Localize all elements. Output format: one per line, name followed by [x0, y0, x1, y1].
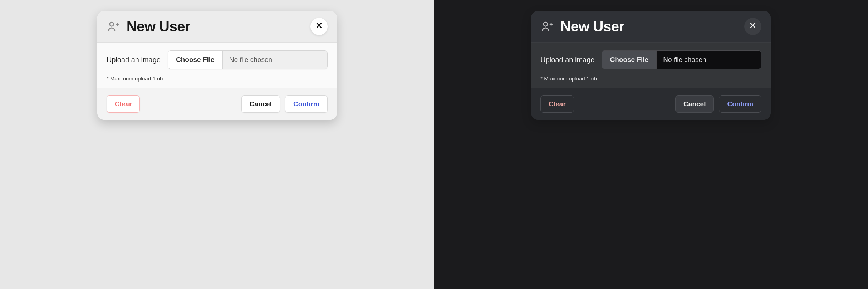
file-picker: Choose File No file chosen [602, 50, 761, 69]
close-icon [315, 22, 323, 31]
user-plus-icon [540, 20, 554, 33]
dialog-title: New User [560, 19, 738, 35]
upload-label: Upload an image [540, 56, 594, 64]
cancel-button[interactable]: Cancel [675, 95, 714, 113]
cancel-button[interactable]: Cancel [241, 95, 280, 113]
new-user-dialog: New User Upload an image Choose File No … [97, 11, 337, 120]
choose-file-button[interactable]: Choose File [602, 51, 657, 69]
confirm-button[interactable]: Confirm [285, 95, 328, 113]
file-status-text: No file chosen [223, 51, 327, 69]
close-icon [749, 22, 756, 31]
dialog-title: New User [127, 19, 304, 35]
upload-hint: * Maximum upload 1mb [540, 75, 761, 84]
file-picker: Choose File No file chosen [168, 50, 328, 69]
dialog-header: New User [531, 11, 771, 43]
clear-button[interactable]: Clear [540, 95, 574, 113]
clear-button[interactable]: Clear [107, 95, 140, 113]
upload-row: Upload an image Choose File No file chos… [107, 50, 328, 69]
dialog-body: Upload an image Choose File No file chos… [97, 43, 337, 88]
confirm-button[interactable]: Confirm [719, 95, 761, 113]
dark-theme-pane: New User Upload an image Choose File No … [434, 0, 868, 289]
light-theme-pane: New User Upload an image Choose File No … [0, 0, 434, 289]
choose-file-button[interactable]: Choose File [168, 51, 223, 69]
close-button[interactable] [744, 18, 761, 35]
dialog-footer: Clear Cancel Confirm [531, 88, 771, 120]
upload-row: Upload an image Choose File No file chos… [540, 50, 761, 69]
upload-hint: * Maximum upload 1mb [107, 75, 328, 84]
dialog-footer: Clear Cancel Confirm [97, 88, 337, 120]
user-plus-icon [107, 20, 120, 33]
svg-point-5 [544, 22, 548, 26]
close-button[interactable] [310, 18, 328, 35]
upload-label: Upload an image [107, 56, 161, 64]
file-status-text: No file chosen [657, 51, 761, 69]
dialog-body: Upload an image Choose File No file chos… [531, 43, 771, 88]
svg-point-0 [109, 22, 113, 26]
dialog-header: New User [97, 11, 337, 43]
new-user-dialog: New User Upload an image Choose File No … [531, 11, 771, 120]
